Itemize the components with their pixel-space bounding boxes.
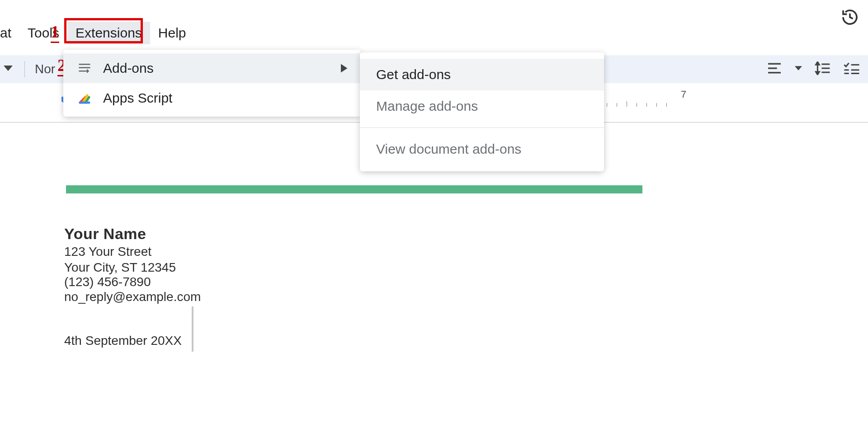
- document-header-bar: [66, 185, 642, 193]
- doc-phone[interactable]: (123) 456-7890: [64, 275, 151, 289]
- submenu-view-doc-addons[interactable]: View document add-ons: [360, 133, 604, 165]
- addons-submenu: Get add-ons Manage add-ons View document…: [360, 52, 604, 171]
- doc-your-name[interactable]: Your Name: [64, 225, 146, 243]
- text-cursor: [192, 306, 193, 352]
- addons-icon: [76, 60, 93, 77]
- menubar: at Tools Extensions Help: [0, 20, 194, 45]
- menu-help[interactable]: Help: [150, 22, 194, 44]
- extensions-dropdown: Add-ons Apps Script: [63, 50, 361, 117]
- menu-item-addons[interactable]: Add-ons: [63, 53, 361, 83]
- paragraph-style-selector[interactable]: Nor: [35, 62, 55, 76]
- submenu-manage-addons[interactable]: Manage add-ons: [360, 90, 604, 122]
- history-icon[interactable]: [841, 8, 859, 28]
- menu-item-addons-label: Add-ons: [103, 61, 154, 76]
- doc-street[interactable]: 123 Your Street: [64, 245, 151, 259]
- line-spacing-icon[interactable]: [815, 61, 831, 77]
- toolbar-divider: [24, 61, 25, 77]
- doc-date[interactable]: 4th September 20XX: [64, 334, 182, 348]
- doc-email[interactable]: no_reply@example.com: [64, 290, 201, 304]
- svg-marker-21: [341, 64, 347, 72]
- submenu-arrow-icon: [341, 61, 348, 76]
- menu-format-partial[interactable]: at: [0, 22, 19, 44]
- menu-tools[interactable]: Tools: [19, 22, 67, 44]
- align-icon[interactable]: [767, 62, 782, 76]
- doc-city[interactable]: Your City, ST 12345: [64, 260, 176, 275]
- submenu-divider: [360, 127, 604, 128]
- menu-item-apps-script[interactable]: Apps Script: [63, 83, 361, 113]
- menu-item-apps-script-label: Apps Script: [103, 90, 172, 106]
- submenu-get-addons[interactable]: Get add-ons: [360, 59, 604, 90]
- dropdown-arrow-icon[interactable]: [4, 64, 13, 75]
- dropdown-arrow-icon[interactable]: [795, 65, 802, 74]
- svg-marker-7: [816, 72, 820, 75]
- annotation-1: 1: [51, 22, 59, 43]
- svg-marker-0: [4, 66, 13, 71]
- apps-script-icon: [76, 89, 93, 107]
- svg-marker-4: [795, 66, 802, 71]
- ruler-number: 7: [681, 89, 686, 100]
- checklist-icon[interactable]: [844, 62, 860, 76]
- menu-extensions[interactable]: Extensions: [67, 22, 150, 44]
